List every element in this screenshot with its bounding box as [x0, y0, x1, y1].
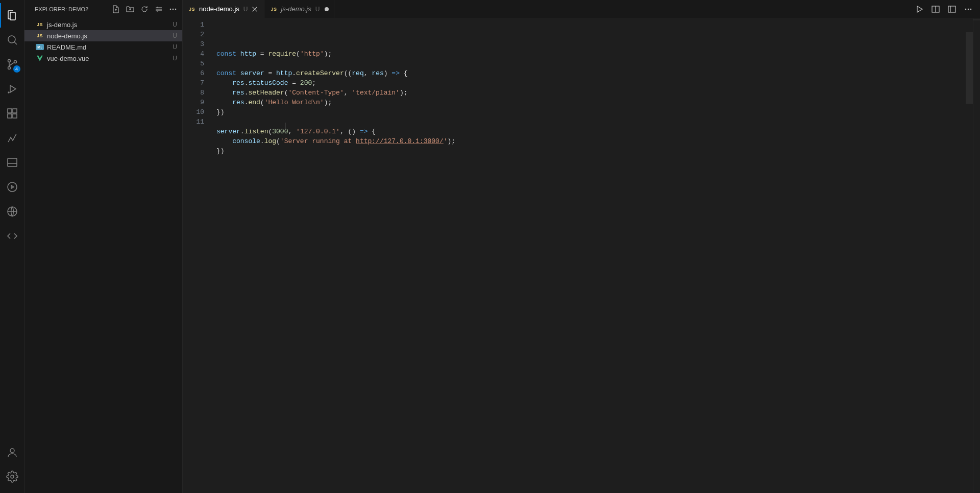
clock-play-icon [6, 181, 18, 193]
code-line: console.log('Server running at http://12… [216, 136, 973, 146]
run-button[interactable] [913, 3, 926, 16]
svg-point-12 [10, 449, 14, 453]
svg-point-16 [175, 8, 177, 10]
js-file-icon: JS [36, 22, 44, 27]
md-file-icon: M↓ [36, 44, 44, 50]
svg-rect-5 [8, 109, 12, 113]
toggle-layout-button[interactable] [945, 3, 959, 16]
svg-point-10 [8, 182, 17, 192]
line-gutter: 1234567891011 [183, 18, 214, 493]
file-row[interactable]: M↓README.mdU [24, 41, 182, 53]
line-number: 5 [183, 59, 214, 68]
svg-point-21 [970, 8, 972, 10]
file-row[interactable]: JSjs-demo.jsU [24, 19, 182, 30]
activity-account[interactable] [0, 440, 24, 464]
editor-tab[interactable]: JSjs-demo.jsU [264, 0, 334, 18]
svg-point-19 [965, 8, 967, 10]
explorer-sidebar: EXPLORER: DEMO2 JSjs-demo.jsUJSnode-demo… [24, 0, 183, 493]
line-number: 10 [183, 107, 214, 117]
more-button[interactable] [168, 4, 178, 14]
tab-close-button[interactable] [251, 5, 259, 13]
activity-bar: 4 [0, 0, 24, 493]
split-icon [932, 5, 940, 13]
collapse-icon [155, 5, 163, 13]
file-row[interactable]: JSnode-demo.jsU [24, 30, 182, 41]
files-icon [6, 9, 18, 21]
new-file-button[interactable] [111, 4, 121, 14]
activity-run-debug[interactable] [0, 77, 24, 101]
tab-dirty-indicator [325, 7, 329, 11]
tab-git-status: U [243, 6, 248, 13]
file-git-status: U [173, 55, 177, 62]
svg-rect-6 [13, 109, 17, 113]
file-git-status: U [173, 32, 177, 39]
editor-body[interactable]: 1234567891011 const http = require('http… [183, 18, 980, 493]
svg-point-2 [8, 67, 10, 69]
tab-git-status: U [315, 6, 320, 13]
file-row[interactable]: vue-demo.vueU [24, 53, 182, 64]
activity-remote[interactable] [0, 199, 24, 224]
debug-icon [6, 83, 18, 95]
extensions-icon [6, 107, 18, 120]
layout-icon [948, 5, 956, 13]
file-git-status: U [173, 21, 177, 28]
tab-label: node-demo.js [199, 5, 239, 13]
svg-point-14 [170, 8, 172, 10]
tab-label: js-demo.js [281, 5, 311, 13]
file-name: vue-demo.vue [47, 55, 89, 62]
editor-more-button[interactable] [962, 3, 975, 16]
activity-search[interactable] [0, 28, 24, 52]
svg-point-13 [11, 475, 14, 478]
activity-source-control[interactable]: 4 [0, 52, 24, 77]
play-icon [915, 5, 923, 13]
code-line: const server = http.createServer((req, r… [216, 68, 973, 78]
scroll-thumb[interactable] [966, 32, 973, 104]
explorer-header: EXPLORER: DEMO2 [24, 0, 182, 18]
svg-point-0 [8, 36, 15, 43]
js-file-icon: JS [188, 7, 196, 12]
activity-timeline[interactable] [0, 175, 24, 199]
line-number: 7 [183, 78, 214, 88]
line-number: 8 [183, 88, 214, 98]
svg-point-15 [173, 8, 174, 10]
code-line: }) [216, 146, 973, 156]
vertical-scrollbar[interactable] [966, 18, 973, 493]
line-number: 1 [183, 20, 214, 30]
line-number: 9 [183, 98, 214, 107]
globe-icon [6, 205, 18, 218]
close-icon [251, 6, 258, 13]
text-cursor [285, 123, 285, 132]
line-number: 6 [183, 68, 214, 78]
file-name: js-demo.js [47, 21, 77, 29]
editor-tab[interactable]: JSnode-demo.jsU [183, 0, 264, 18]
graph-icon [6, 132, 18, 144]
new-folder-button[interactable] [125, 4, 135, 14]
tab-bar: JSnode-demo.jsUJSjs-demo.jsU [183, 0, 980, 18]
scm-badge: 4 [13, 65, 20, 73]
svg-point-20 [968, 8, 969, 10]
svg-rect-7 [8, 114, 12, 118]
activity-settings[interactable] [0, 464, 24, 489]
editor-actions [913, 0, 980, 18]
account-icon [6, 446, 18, 458]
activity-explorer[interactable] [0, 3, 24, 28]
code-content[interactable]: const http = require('http'); const serv… [214, 18, 973, 493]
activity-graph[interactable] [0, 126, 24, 150]
line-number: 4 [183, 49, 214, 59]
split-editor-button[interactable] [929, 3, 942, 16]
new-file-icon [112, 5, 120, 13]
activity-code[interactable] [0, 224, 24, 248]
file-git-status: U [173, 43, 177, 51]
js-file-icon: JS [270, 7, 278, 12]
ellipsis-icon [964, 5, 972, 13]
activity-extensions[interactable] [0, 101, 24, 126]
explorer-actions [111, 4, 178, 14]
minimap[interactable] [973, 18, 980, 493]
new-folder-icon [126, 5, 134, 13]
activity-layout[interactable] [0, 150, 24, 175]
collapse-button[interactable] [154, 4, 164, 14]
code-line [216, 117, 973, 127]
code-line: const http = require('http'); [216, 49, 973, 59]
refresh-button[interactable] [139, 4, 150, 14]
editor-area: JSnode-demo.jsUJSjs-demo.jsU 12345678910… [183, 0, 980, 493]
